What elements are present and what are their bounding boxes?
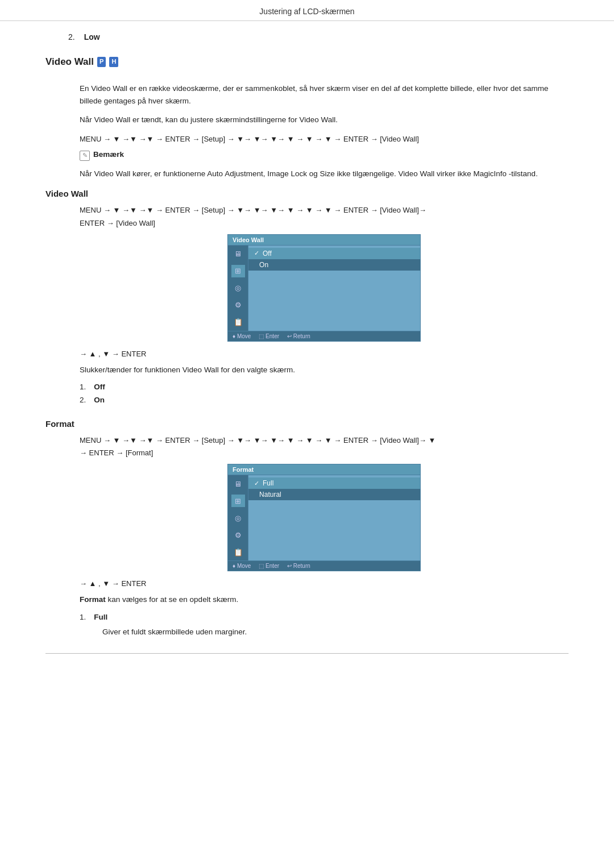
format-osd-icon-4: ⚙ xyxy=(231,529,245,541)
format-osd-icon-2: ⊞ xyxy=(231,495,245,507)
osd-spacer xyxy=(248,271,420,310)
videowall-osd-icons: 🖥 ⊞ ◎ ⚙ 📋 xyxy=(228,246,248,331)
format-description-text: kan vælges for at se en opdelt skærm. xyxy=(108,595,239,604)
format-osd-icon-3: ◎ xyxy=(231,512,245,524)
osd-icon-1: 🖥 xyxy=(231,248,245,260)
videowall-description: Slukker/tænder for funktionen Video Wall… xyxy=(80,364,569,376)
format-osd-icon-1: 🖥 xyxy=(231,477,245,490)
format-item-1: 1.Full xyxy=(80,613,569,621)
videowall-sub-heading: Video Wall xyxy=(45,189,569,198)
videowall-item2-label: On xyxy=(94,396,105,404)
check-natural xyxy=(254,491,256,498)
videowall-osd-menu: Video Wall 🖥 ⊞ ◎ ⚙ 📋 ✓ Off xyxy=(227,234,421,342)
videowall-osd-options: ✓ Off On xyxy=(248,246,420,331)
format-subsection: Format MENU → ▼ →▼ →▼ → ENTER → [Setup] … xyxy=(45,419,569,638)
videowall-osd-container: Video Wall 🖥 ⊞ ◎ ⚙ 📋 ✓ Off xyxy=(80,234,569,342)
osd-footer-move: ♦ Move xyxy=(233,333,251,339)
note-block: ✎ Bemærk xyxy=(80,150,569,161)
osd-icon-5: 📋 xyxy=(231,316,245,329)
format-item1-detail: Giver et fuldt skærmbillede uden margine… xyxy=(102,626,569,638)
osd-option-on-label: On xyxy=(259,261,268,269)
format-arrow-instruction: → ▲ , ▼ → ENTER xyxy=(80,579,569,588)
videowall-item-2: 2.On xyxy=(80,396,569,404)
format-osd-spacer xyxy=(248,500,420,540)
badge-p: P xyxy=(97,57,106,67)
format-footer-move: ♦ Move xyxy=(233,563,251,569)
format-description-bold: Format xyxy=(80,595,106,604)
osd-icon-3: ◎ xyxy=(231,282,245,294)
format-osd-options: ✓ Full Natural xyxy=(248,475,420,560)
videowall-osd-title: Video Wall xyxy=(228,235,420,246)
note-label: Bemærk xyxy=(93,150,124,159)
videowall-sub-menu-path: MENU → ▼ →▼ →▼ → ENTER → [Setup] → ▼→ ▼→… xyxy=(80,204,569,229)
videowall-item2-num: 2. xyxy=(80,396,86,404)
videowall-item1-num: 1. xyxy=(80,383,86,391)
item-low-number: 2. xyxy=(68,32,75,41)
format-osd-container: Format 🖥 ⊞ ◎ ⚙ 📋 ✓ Full xyxy=(80,464,569,571)
format-footer-enter: ⬚ Enter xyxy=(259,563,279,569)
videowall-subsection: Video Wall MENU → ▼ →▼ →▼ → ENTER → [Set… xyxy=(45,189,569,404)
format-osd-footer: ♦ Move ⬚ Enter ↩ Return xyxy=(228,560,420,571)
videowall-main-heading: Video Wall P H xyxy=(45,56,569,68)
format-option-full: ✓ Full xyxy=(248,477,420,489)
format-osd-menu: Format 🖥 ⊞ ◎ ⚙ 📋 ✓ Full xyxy=(227,464,421,571)
videowall-para2: Når Video Wall er tændt, kan du justere … xyxy=(80,114,569,126)
osd-icon-4: ⚙ xyxy=(231,299,245,312)
format-option-natural-label: Natural xyxy=(259,491,281,499)
check-off: ✓ xyxy=(254,250,259,257)
item-low-label: Low xyxy=(84,32,100,41)
bottom-divider xyxy=(45,653,569,654)
videowall-main-menu-path: MENU → ▼ →▼ →▼ → ENTER → [Setup] → ▼→ ▼→… xyxy=(80,133,569,146)
page-header: Justering af LCD-skærmen xyxy=(0,0,614,21)
osd-option-off: ✓ Off xyxy=(248,248,420,259)
format-option-natural: Natural xyxy=(248,489,420,500)
osd-option-on: On xyxy=(248,259,420,271)
note-icon: ✎ xyxy=(80,151,90,161)
format-osd-body: 🖥 ⊞ ◎ ⚙ 📋 ✓ Full xyxy=(228,475,420,560)
check-full: ✓ xyxy=(254,480,259,487)
videowall-main-title: Video Wall xyxy=(45,56,94,68)
header-title: Justering af LCD-skærmen xyxy=(259,7,354,16)
osd-icon-2: ⊞ xyxy=(231,265,245,277)
videowall-osd-body: 🖥 ⊞ ◎ ⚙ 📋 ✓ Off xyxy=(228,246,420,331)
note-text: Når Video Wall kører, er funktionerne Au… xyxy=(80,168,569,180)
item-low: 2.Low xyxy=(68,32,569,41)
format-menu-path: MENU → ▼ →▼ →▼ → ENTER → [Setup] → ▼→ ▼→… xyxy=(80,434,569,459)
format-osd-title: Format xyxy=(228,464,420,475)
videowall-item1-label: Off xyxy=(94,383,105,391)
format-item1-label: Full xyxy=(94,613,107,621)
videowall-item-1: 1.Off xyxy=(80,383,569,391)
format-osd-icon-5: 📋 xyxy=(231,546,245,558)
check-on xyxy=(254,261,256,268)
format-description: Format kan vælges for at se en opdelt sk… xyxy=(80,593,569,606)
format-footer-return: ↩ Return xyxy=(287,563,310,569)
format-item1-num: 1. xyxy=(80,613,86,621)
videowall-osd-footer: ♦ Move ⬚ Enter ↩ Return xyxy=(228,331,420,341)
format-heading: Format xyxy=(45,419,569,429)
format-option-full-label: Full xyxy=(263,479,273,487)
osd-footer-enter: ⬚ Enter xyxy=(259,333,279,339)
videowall-arrow-instruction: → ▲ , ▼ → ENTER xyxy=(80,350,569,358)
format-osd-icons: 🖥 ⊞ ◎ ⚙ 📋 xyxy=(228,475,248,560)
badge-h: H xyxy=(109,57,118,67)
videowall-para1: En Video Wall er en række videoskærme, d… xyxy=(80,82,569,107)
osd-option-off-label: Off xyxy=(263,250,272,258)
osd-footer-return: ↩ Return xyxy=(287,333,310,339)
